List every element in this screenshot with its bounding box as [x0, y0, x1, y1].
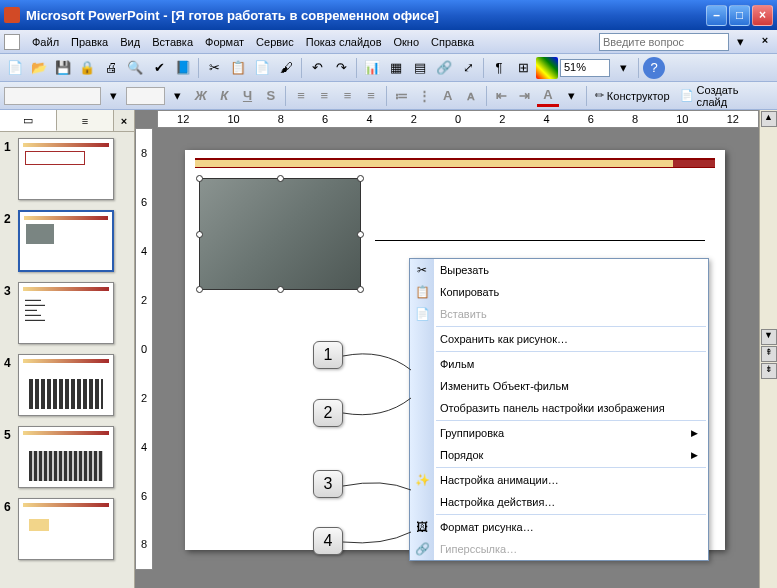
ctx-save-as-picture[interactable]: Сохранить как рисунок…: [410, 328, 708, 350]
italic-icon[interactable]: К: [214, 85, 235, 107]
ask-question-box[interactable]: [599, 33, 729, 51]
slides-tab[interactable]: ▭: [0, 110, 57, 131]
increase-font-icon[interactable]: A: [437, 85, 458, 107]
selected-movie-object[interactable]: [199, 178, 361, 290]
ctx-movie[interactable]: Фильм: [410, 353, 708, 375]
menu-format[interactable]: Формат: [199, 34, 250, 50]
menu-insert[interactable]: Вставка: [146, 34, 199, 50]
new-slide-icon: 📄: [680, 89, 694, 102]
ctx-edit-movie-object[interactable]: Изменить Объект-фильм: [410, 375, 708, 397]
callout-1: 1: [313, 341, 343, 369]
color-icon[interactable]: [536, 57, 558, 79]
align-center-icon[interactable]: ≡: [314, 85, 335, 107]
justify-icon[interactable]: ≡: [360, 85, 381, 107]
size-dropdown-icon[interactable]: ▾: [167, 85, 188, 107]
open-icon[interactable]: 📂: [28, 57, 50, 79]
preview-icon[interactable]: 🔍: [124, 57, 146, 79]
menu-file[interactable]: Файл: [26, 34, 65, 50]
underline-icon[interactable]: Ч: [237, 85, 258, 107]
vertical-scrollbar[interactable]: ▲ ▼ ⇞ ⇟: [759, 110, 777, 588]
slide-thumbnails-panel: ▭ ≡ × 1 2 3 ▬▬▬▬▬▬▬▬▬▬▬▬▬▬▬▬▬▬▬▬▬ 4 5: [0, 110, 135, 588]
ctx-action-settings[interactable]: Настройка действия…: [410, 491, 708, 513]
save-icon[interactable]: 💾: [52, 57, 74, 79]
ctx-cut[interactable]: ✂Вырезать: [410, 259, 708, 281]
menu-slideshow[interactable]: Показ слайдов: [300, 34, 388, 50]
callout-line: [343, 478, 413, 498]
zoom-box[interactable]: 51%: [560, 59, 610, 77]
table-icon[interactable]: ▦: [385, 57, 407, 79]
slide-thumbnail[interactable]: 4: [4, 354, 130, 416]
design-button[interactable]: ✏Конструктор: [591, 85, 674, 107]
new-slide-button[interactable]: 📄Создать слайд: [676, 85, 774, 107]
help-icon[interactable]: ?: [643, 57, 665, 79]
minimize-button[interactable]: –: [706, 5, 727, 26]
spellcheck-icon[interactable]: ✔: [148, 57, 170, 79]
show-formatting-icon[interactable]: ¶: [488, 57, 510, 79]
menu-view[interactable]: Вид: [114, 34, 146, 50]
chart-icon[interactable]: 📊: [361, 57, 383, 79]
slide-number: 6: [4, 498, 18, 560]
ctx-show-picture-toolbar[interactable]: Отобразить панель настройки изображения: [410, 397, 708, 419]
font-dropdown-icon[interactable]: ▾: [103, 85, 124, 107]
paste-icon[interactable]: 📄: [251, 57, 273, 79]
outline-tab[interactable]: ≡: [57, 110, 114, 131]
research-icon[interactable]: 📘: [172, 57, 194, 79]
slide-title-bar: [195, 158, 715, 168]
close-panel-button[interactable]: ×: [114, 110, 134, 131]
font-selector[interactable]: [4, 87, 101, 105]
slide-thumbnail[interactable]: 5: [4, 426, 130, 488]
slide-thumbnail[interactable]: 1: [4, 138, 130, 200]
menu-edit[interactable]: Правка: [65, 34, 114, 50]
app-icon: [4, 7, 20, 23]
ctx-custom-animation[interactable]: ✨Настройка анимации…: [410, 469, 708, 491]
align-right-icon[interactable]: ≡: [337, 85, 358, 107]
format-picture-icon: 🖼: [413, 518, 431, 536]
mdi-close-button[interactable]: ×: [757, 34, 773, 50]
vertical-ruler: 864202468: [135, 128, 153, 570]
grid-icon[interactable]: ⊞: [512, 57, 534, 79]
tables-borders-icon[interactable]: ▤: [409, 57, 431, 79]
redo-icon[interactable]: ↷: [330, 57, 352, 79]
slide-thumbnail[interactable]: 2: [4, 210, 130, 272]
decrease-indent-icon[interactable]: ⇤: [491, 85, 512, 107]
numbering-icon[interactable]: ≔: [391, 85, 412, 107]
bold-icon[interactable]: Ж: [190, 85, 211, 107]
zoom-dropdown-icon[interactable]: ▾: [612, 57, 634, 79]
ctx-format-picture[interactable]: 🖼Формат рисунка…: [410, 516, 708, 538]
copy-icon[interactable]: 📋: [227, 57, 249, 79]
cut-icon[interactable]: ✂: [203, 57, 225, 79]
thumbnail-list[interactable]: 1 2 3 ▬▬▬▬▬▬▬▬▬▬▬▬▬▬▬▬▬▬▬▬▬ 4 5 6: [0, 132, 134, 588]
ctx-copy[interactable]: 📋Копировать: [410, 281, 708, 303]
dropdown-icon[interactable]: ▾: [729, 31, 751, 53]
print-icon[interactable]: 🖨: [100, 57, 122, 79]
font-color-dropdown-icon[interactable]: ▾: [561, 85, 582, 107]
font-size-selector[interactable]: [126, 87, 165, 105]
increase-indent-icon[interactable]: ⇥: [514, 85, 535, 107]
format-painter-icon[interactable]: 🖌: [275, 57, 297, 79]
menu-help[interactable]: Справка: [425, 34, 480, 50]
window-title: Microsoft PowerPoint - [Я готов работать…: [26, 8, 704, 23]
menu-window[interactable]: Окно: [388, 34, 426, 50]
expand-icon[interactable]: ⤢: [457, 57, 479, 79]
font-color-icon[interactable]: A: [537, 85, 558, 107]
scroll-down-icon[interactable]: ▼: [761, 329, 777, 345]
slide-thumbnail[interactable]: 3 ▬▬▬▬▬▬▬▬▬▬▬▬▬▬▬▬▬▬▬▬▬: [4, 282, 130, 344]
new-icon[interactable]: 📄: [4, 57, 26, 79]
ctx-order[interactable]: Порядок▶: [410, 444, 708, 466]
menu-tools[interactable]: Сервис: [250, 34, 300, 50]
maximize-button[interactable]: □: [729, 5, 750, 26]
decrease-font-icon[interactable]: ᴀ: [460, 85, 481, 107]
close-button[interactable]: ×: [752, 5, 773, 26]
permission-icon[interactable]: 🔒: [76, 57, 98, 79]
bullets-icon[interactable]: ⋮: [414, 85, 435, 107]
ctx-grouping[interactable]: Группировка▶: [410, 422, 708, 444]
slide-thumbnail[interactable]: 6: [4, 498, 130, 560]
hyperlink-icon[interactable]: 🔗: [433, 57, 455, 79]
next-slide-icon[interactable]: ⇟: [761, 363, 777, 379]
prev-slide-icon[interactable]: ⇞: [761, 346, 777, 362]
scroll-up-icon[interactable]: ▲: [761, 111, 777, 127]
align-left-icon[interactable]: ≡: [290, 85, 311, 107]
slide-number: 4: [4, 354, 18, 416]
shadow-icon[interactable]: S: [260, 85, 281, 107]
undo-icon[interactable]: ↶: [306, 57, 328, 79]
